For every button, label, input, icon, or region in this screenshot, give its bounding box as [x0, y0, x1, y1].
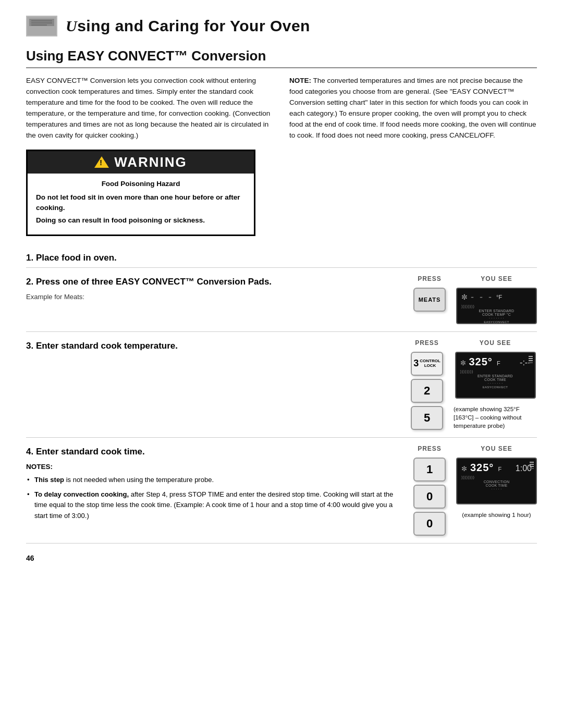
step4-bars	[530, 462, 534, 469]
page-number: 46	[26, 554, 537, 562]
step3-section: 3. Enter standard cook temperature. PRES…	[26, 332, 537, 438]
step4-disp-wavy: ))))))))	[461, 475, 532, 479]
step4-disp-icon: ✼	[461, 465, 467, 473]
key-5[interactable]: 5	[411, 406, 443, 430]
step2-right: PRESS MEATS YOU SEE ✼ - - - °F )))))))) …	[413, 275, 537, 324]
key-3-control[interactable]: 3 CONTROLLOCK	[411, 352, 443, 376]
note1: This step is not needed when using the t…	[26, 475, 403, 485]
step4-yousee-label: YOU SEE	[481, 445, 512, 452]
key-1[interactable]: 1	[413, 458, 446, 482]
warning-triangle-icon	[94, 156, 109, 168]
key-0b[interactable]: 0	[413, 512, 446, 536]
intro-right: NOTE: The converted temperatures and tim…	[289, 76, 537, 141]
step2-header: 2. Press one of three EASY CONVECT™ Conv…	[26, 275, 403, 289]
step3-press-label: PRESS	[415, 339, 439, 347]
step3-yousee-col: YOU SEE ✼ 325° F -:-- )))	[454, 339, 537, 430]
warning-line1: Do not let food sit in oven more than on…	[36, 192, 246, 214]
warning-line2: Doing so can result in food poisoning or…	[36, 215, 246, 226]
step2-disp-wavy: ))))))))	[461, 304, 532, 309]
step4-caption: (example showing 1 hour)	[462, 511, 531, 519]
step2-disp-degree: °F	[496, 294, 502, 300]
section-title: Using EASY CONVECT™ Conversion	[26, 48, 537, 68]
note2-bold: To delay convection cooking,	[34, 490, 129, 498]
brand-logo	[26, 16, 57, 36]
notes-label: NOTES:	[26, 462, 403, 473]
warning-body: Food Poisoning Hazard Do not let food si…	[28, 174, 254, 235]
step4-header: 4. Enter standard cook time.	[26, 445, 403, 459]
step3-yousee-label: YOU SEE	[480, 339, 511, 347]
step2-example: Example for Meats:	[26, 292, 403, 302]
step4-section: 4. Enter standard cook time. NOTES: This…	[26, 438, 537, 544]
step4-content: 4. Enter standard cook time. NOTES: This…	[26, 445, 537, 536]
notes-list: This step is not needed when using the t…	[26, 475, 403, 521]
step4-disp-temp: 325°	[470, 462, 494, 474]
hazard-title: Food Poisoning Hazard	[36, 179, 246, 189]
step3-bars	[529, 356, 533, 363]
step4-f-label: F	[498, 466, 501, 472]
note1-bold: This step	[34, 476, 64, 484]
step3-right: PRESS 3 CONTROLLOCK 2 5 YOU SEE ✼ 325° F…	[411, 339, 537, 430]
step3-caption: (example showing 325°F [163°C] – cooking…	[454, 405, 537, 430]
warning-title: WARNING	[114, 154, 187, 170]
step3-disp-icon: ✼	[460, 359, 466, 367]
meats-key-button[interactable]: MEATS	[413, 288, 446, 312]
step2-display: ✼ - - - °F )))))))) ENTER STANDARDCOOK T…	[456, 288, 537, 324]
step4-text: 4. Enter standard cook time. NOTES: This…	[26, 445, 403, 525]
note2: To delay convection cooking, after Step …	[26, 489, 403, 521]
step3-disp-wavy: ))))))))	[460, 369, 531, 374]
step3-press-col: PRESS 3 CONTROLLOCK 2 5	[411, 339, 443, 430]
step3-f-label: F	[497, 360, 500, 366]
note1-rest: is not needed when using the temperature…	[64, 476, 214, 484]
step2-press-label: PRESS	[418, 275, 442, 282]
step2-text: 2. Press one of three EASY CONVECT™ Conv…	[26, 275, 403, 302]
step4-disp-small: CONVECTIONCOOK TIME· · · · ·	[461, 480, 532, 491]
note-label: NOTE:	[289, 77, 311, 84]
intro-section: EASY CONVECT™ Conversion lets you convec…	[26, 76, 537, 141]
step3-disp-small: ENTER STANDARDCOOK TIME· · · · · · ·EASY…	[460, 374, 531, 389]
page-title: Using and Caring for Your Oven	[66, 17, 310, 35]
step2-yousee-label: YOU SEE	[481, 275, 512, 282]
warning-box: WARNING Food Poisoning Hazard Do not let…	[26, 150, 255, 236]
step3-header: 3. Enter standard cook temperature.	[26, 339, 400, 353]
step2-disp-icon: ✼	[461, 293, 468, 301]
step2-disp-dashes: - - -	[471, 292, 493, 303]
step2-section: 2. Press one of three EASY CONVECT™ Conv…	[26, 268, 537, 332]
key-0a[interactable]: 0	[413, 485, 446, 509]
step2-content: 2. Press one of three EASY CONVECT™ Conv…	[26, 275, 537, 324]
step4-display: ✼ 325° F 1:00 )))))))) CONVECTIONCOOK TI…	[456, 458, 537, 504]
step3-disp-temp: 325°	[469, 356, 493, 368]
step3-text: 3. Enter standard cook temperature.	[26, 339, 400, 356]
step2-yousee-col: YOU SEE ✼ - - - °F )))))))) ENTER STANDA…	[456, 275, 537, 324]
step3-content: 3. Enter standard cook temperature. PRES…	[26, 339, 537, 430]
step4-right: PRESS 1 0 0 YOU SEE ✼ 325° F 1:00	[413, 445, 537, 536]
step4-press-label: PRESS	[418, 445, 442, 452]
page-header: Using and Caring for Your Oven	[26, 16, 537, 39]
step4-press-col: PRESS 1 0 0	[413, 445, 446, 536]
step2-press-col: PRESS MEATS	[413, 275, 446, 312]
step4-yousee-col: YOU SEE ✼ 325° F 1:00 )))	[456, 445, 537, 519]
step3-display: ✼ 325° F -:-- )))))))) ENTER STANDARDCOO…	[455, 352, 536, 399]
intro-left: EASY CONVECT™ Conversion lets you convec…	[26, 76, 274, 141]
warning-header: WARNING	[28, 151, 254, 174]
step1: 1. Place food in oven.	[26, 246, 537, 268]
step2-disp-small: ENTER STANDARDCOOK TEMP °C· · · · · · ·E…	[461, 309, 532, 324]
key-2[interactable]: 2	[411, 379, 443, 403]
